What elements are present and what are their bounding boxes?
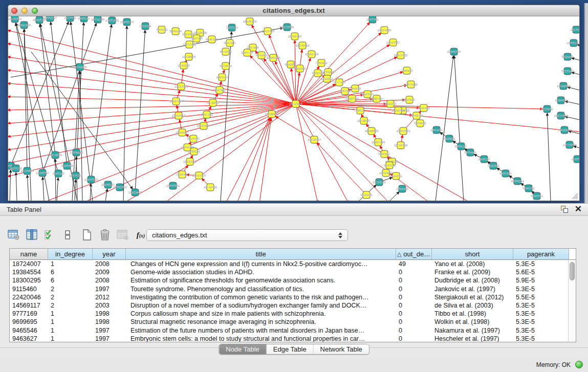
- graph-node[interactable]: 15751074: [567, 39, 579, 47]
- graph-node[interactable]: 10688609: [365, 127, 379, 135]
- graph-node[interactable]: 12923448: [128, 189, 142, 196]
- table-row[interactable]: 946362711997Embryonic stem cells: a mode…: [10, 335, 576, 342]
- table-row[interactable]: 1938455462009Genome-wide association stu…: [10, 268, 576, 276]
- graph-node[interactable]: 11254419: [261, 28, 275, 35]
- citation-edge-red[interactable]: [269, 35, 296, 104]
- graph-node[interactable]: 7462666: [349, 85, 361, 92]
- graph-node[interactable]: 8427552: [213, 86, 226, 94]
- graph-node[interactable]: 9529966: [561, 53, 574, 60]
- citation-edge-black[interactable]: [24, 29, 27, 171]
- table-row[interactable]: 2242004622012Investigating the contribut…: [10, 293, 576, 301]
- graph-node[interactable]: 18125449: [243, 18, 257, 25]
- vertical-scrollbar[interactable]: [568, 260, 576, 342]
- graph-node[interactable]: 18807249: [372, 139, 385, 146]
- graph-node[interactable]: 9860128: [169, 28, 182, 35]
- network-view-window[interactable]: citations_edges.txt 14055724206914062063…: [8, 5, 580, 201]
- graph-node[interactable]: 19218586: [280, 24, 294, 31]
- citation-edge-black[interactable]: [547, 113, 551, 201]
- network-canvas[interactable]: 1405572420691406206371941065325715276026…: [8, 16, 579, 201]
- column-header-name[interactable]: name: [10, 249, 48, 259]
- graph-node[interactable]: 9777169: [333, 79, 345, 86]
- citation-edge-black[interactable]: [569, 131, 579, 136]
- graph-node[interactable]: 18325419: [288, 33, 302, 40]
- citation-edge-black[interactable]: [80, 71, 82, 201]
- graph-node[interactable]: 7485063: [401, 67, 413, 74]
- graph-node[interactable]: 1440954: [430, 126, 443, 134]
- graph-node[interactable]: 14671355: [105, 17, 119, 24]
- graph-node[interactable]: 1145193: [53, 170, 65, 177]
- table-row[interactable]: 977716911998Corpus callosum shape and si…: [10, 310, 576, 318]
- citation-edge-red[interactable]: [8, 104, 296, 150]
- graph-node[interactable]: 1527602: [64, 16, 76, 21]
- graph-node[interactable]: 7625402: [176, 171, 188, 178]
- citation-edge-red[interactable]: [296, 104, 349, 201]
- citation-edge-red[interactable]: [8, 30, 296, 104]
- graph-node[interactable]: 12505155: [69, 172, 83, 179]
- graph-node[interactable]: 9463627: [403, 96, 416, 103]
- table-selector-combobox[interactable]: citations_edges.txt: [146, 229, 348, 241]
- graph-node[interactable]: 11156859: [20, 167, 34, 174]
- graph-node[interactable]: 20691406: [17, 21, 31, 29]
- graph-node[interactable]: 16961758: [305, 51, 319, 58]
- graph-node[interactable]: 19654923: [397, 127, 410, 135]
- graph-node[interactable]: 20364486: [345, 95, 359, 102]
- graph-node[interactable]: 18107554: [169, 98, 183, 105]
- citation-edge-black[interactable]: [568, 87, 579, 93]
- graph-node[interactable]: 7957224: [226, 24, 238, 31]
- citation-edge-red[interactable]: [296, 23, 370, 104]
- graph-node[interactable]: 9227343: [561, 68, 574, 75]
- column-header-in_degree[interactable]: in_degree: [48, 249, 93, 259]
- graph-node[interactable]: 16154808: [378, 27, 391, 34]
- citation-edge-red[interactable]: [8, 57, 296, 104]
- graph-node[interactable]: 10973493: [394, 52, 408, 59]
- citation-edge-black[interactable]: [572, 58, 579, 63]
- graph-node[interactable]: 2087662: [366, 16, 379, 23]
- select-columns-icon[interactable]: [25, 228, 38, 242]
- graph-node[interactable]: 1862615: [294, 65, 306, 72]
- citation-edge-black[interactable]: [123, 26, 127, 201]
- column-header-title[interactable]: title: [126, 249, 396, 259]
- table-row[interactable]: 1830029562008Estimation of significance …: [10, 276, 576, 285]
- citation-edge-red[interactable]: [8, 97, 296, 104]
- minimize-window-icon[interactable]: [21, 8, 28, 14]
- graph-node[interactable]: 7615526: [139, 23, 151, 30]
- graph-node[interactable]: 8215955: [541, 105, 553, 113]
- graph-node[interactable]: 15720407: [357, 117, 371, 124]
- graph-node[interactable]: 7663822: [156, 26, 168, 33]
- graph-node[interactable]: 19857791: [166, 182, 180, 189]
- citation-edge-black[interactable]: [572, 72, 579, 77]
- graph-node[interactable]: 1244413: [555, 97, 567, 104]
- graph-node[interactable]: 6794028: [322, 69, 334, 76]
- citation-edge-black[interactable]: [577, 45, 579, 49]
- citation-edge-black[interactable]: [90, 184, 91, 201]
- delete-table-icon[interactable]: [98, 228, 112, 242]
- graph-node[interactable]: 15932971: [558, 126, 572, 134]
- graph-node[interactable]: 17957223: [84, 176, 98, 183]
- citation-edge-red[interactable]: [164, 104, 296, 201]
- citation-edge-red[interactable]: [226, 118, 270, 201]
- network-window-titlebar[interactable]: citations_edges.txt: [8, 5, 579, 16]
- table-row[interactable]: 911546021997Tourette syndrome. Phenomeno…: [10, 285, 576, 293]
- graph-node[interactable]: 12213383: [175, 83, 188, 90]
- citation-edge-black[interactable]: [389, 192, 399, 201]
- table-row[interactable]: 1456911722003Disruption of a novel membe…: [10, 301, 576, 310]
- citation-edge-red[interactable]: [296, 104, 318, 201]
- citation-edge-black[interactable]: [24, 29, 31, 201]
- scrollbar-thumb[interactable]: [570, 262, 575, 280]
- graph-node[interactable]: 19654918: [172, 112, 186, 119]
- graph-node[interactable]: 17016504: [563, 141, 577, 148]
- select-rows-icon[interactable]: [43, 228, 56, 242]
- table-row[interactable]: 1872400712008Changes of HCN gene express…: [10, 260, 576, 268]
- tab-network-table[interactable]: Network Table: [314, 344, 369, 354]
- column-header-short[interactable]: short: [432, 249, 513, 259]
- citation-edge-red[interactable]: [8, 104, 296, 177]
- graph-node[interactable]: 18300295: [265, 111, 279, 118]
- table-settings-icon[interactable]: [7, 228, 20, 242]
- graph-node[interactable]: 9827504: [224, 39, 236, 47]
- close-window-icon[interactable]: [11, 8, 17, 14]
- graph-node[interactable]: 9115460: [418, 104, 430, 112]
- graph-node[interactable]: 19538454: [308, 136, 321, 143]
- graph-node[interactable]: 1117333: [571, 26, 579, 33]
- citation-edge-red[interactable]: [8, 70, 296, 104]
- graph-node[interactable]: 2803144: [216, 74, 228, 81]
